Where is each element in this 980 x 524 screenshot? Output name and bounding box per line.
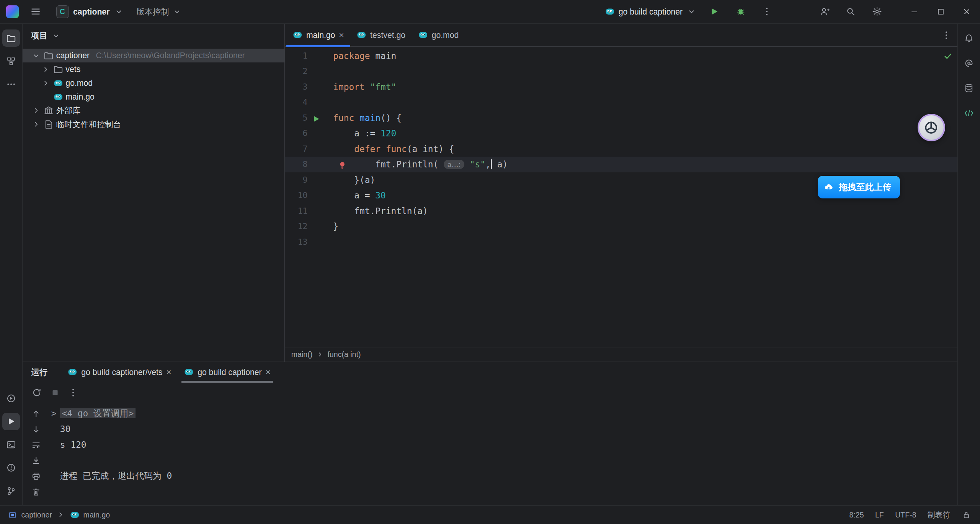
bell-icon bbox=[964, 33, 974, 43]
tree-item-go.mod[interactable]: go.mod bbox=[23, 76, 285, 90]
status-line-ending[interactable]: LF bbox=[875, 511, 884, 519]
editor-tab-testvet.go[interactable]: testvet.go bbox=[350, 24, 412, 46]
project-panel-title: 项目 bbox=[31, 30, 47, 41]
search-everywhere-button[interactable] bbox=[843, 3, 859, 20]
console-line: s 120 bbox=[51, 437, 952, 453]
status-indent-style[interactable]: 制表符 bbox=[928, 510, 950, 520]
go-icon bbox=[418, 30, 428, 40]
rerun-icon[interactable] bbox=[32, 388, 42, 398]
editor-tab-go.mod[interactable]: go.mod bbox=[412, 24, 465, 46]
close-button[interactable] bbox=[954, 0, 980, 24]
breadcrumb-item[interactable]: main() bbox=[291, 350, 312, 359]
status-caret-position[interactable]: 8:25 bbox=[849, 511, 864, 519]
close-tab-icon[interactable]: × bbox=[265, 368, 270, 377]
maximize-button[interactable] bbox=[928, 0, 954, 24]
chevron-right-icon[interactable] bbox=[31, 106, 41, 116]
chevron-down-icon[interactable] bbox=[31, 51, 41, 61]
code-line-1[interactable]: 1package main bbox=[285, 48, 957, 64]
tool-button-project[interactable] bbox=[2, 29, 20, 47]
status-encoding[interactable]: UTF-8 bbox=[895, 511, 916, 519]
run-gutter-icon[interactable] bbox=[312, 113, 322, 123]
clear-all-icon[interactable] bbox=[31, 487, 41, 497]
code-line-5[interactable]: 5func main() { bbox=[285, 110, 957, 126]
code-line-2[interactable]: 2 bbox=[285, 64, 957, 79]
minimize-button[interactable] bbox=[901, 0, 928, 24]
more-actions-button[interactable] bbox=[759, 3, 775, 20]
lock-icon[interactable] bbox=[961, 510, 971, 520]
next-occurrence-icon[interactable] bbox=[31, 424, 41, 434]
print-icon[interactable] bbox=[31, 471, 41, 481]
go-icon bbox=[184, 367, 194, 377]
run-console[interactable]: ><4 go 设置调用>30s 120 进程 已完成，退出代码为 0 bbox=[46, 403, 958, 505]
status-project[interactable]: captioner bbox=[21, 511, 52, 519]
tool-button-problems[interactable] bbox=[2, 459, 20, 477]
run-configuration-select[interactable]: go build captioner bbox=[605, 7, 696, 16]
line-number: 2 bbox=[285, 64, 307, 79]
code-line-12[interactable]: 12} bbox=[285, 219, 957, 234]
tab-options-kebab-icon[interactable] bbox=[941, 30, 951, 40]
drag-upload-button[interactable]: 拖拽至此上传 bbox=[818, 176, 900, 198]
folder-icon bbox=[44, 51, 54, 61]
tree-item-captioner[interactable]: captionerC:\Users\meow\GolandProjects\ca… bbox=[23, 49, 285, 62]
soft-wrap-icon[interactable] bbox=[31, 440, 41, 450]
code-line-4[interactable]: 4 bbox=[285, 95, 957, 110]
run-button[interactable] bbox=[706, 3, 722, 20]
run-panel-title: 运行 bbox=[31, 367, 47, 378]
code-with-me-button[interactable] bbox=[816, 3, 832, 20]
tool-button-notifications[interactable] bbox=[960, 29, 978, 47]
settings-button[interactable] bbox=[869, 3, 885, 20]
close-tab-icon[interactable]: × bbox=[166, 368, 171, 377]
code-tags-icon bbox=[964, 108, 974, 118]
folder-icon bbox=[6, 33, 16, 43]
run-tab-go build captioner[interactable]: go build captioner× bbox=[178, 362, 277, 383]
floating-assistant-badge[interactable] bbox=[918, 114, 945, 141]
scroll-to-end-icon[interactable] bbox=[31, 456, 41, 466]
tree-item-vets[interactable]: vets bbox=[23, 62, 285, 76]
editor-tab-main.go[interactable]: main.go× bbox=[286, 24, 350, 46]
intention-bulb-icon[interactable] bbox=[338, 159, 348, 169]
project-widget[interactable]: C captioner bbox=[52, 3, 128, 20]
code-line-8[interactable]: 8 fmt.Println( a…: "s", a) bbox=[285, 157, 957, 172]
chevron-right-icon[interactable] bbox=[41, 78, 51, 88]
code-line-6[interactable]: 6 a := 120 bbox=[285, 126, 957, 141]
tool-button-services[interactable] bbox=[2, 390, 20, 407]
console-output bbox=[60, 455, 65, 465]
tool-button-ai-assistant[interactable] bbox=[960, 54, 978, 72]
console-fold-prompt[interactable]: > bbox=[51, 406, 60, 421]
tool-button-database[interactable] bbox=[960, 79, 978, 97]
tab-label: main.go bbox=[306, 31, 335, 40]
code-line-3[interactable]: 3import "fmt" bbox=[285, 79, 957, 95]
title-bar: C captioner 版本控制 go build captioner bbox=[0, 0, 980, 24]
chevron-right-icon[interactable] bbox=[31, 120, 41, 129]
code-line-13[interactable]: 13 bbox=[285, 234, 957, 250]
tree-item-main.go[interactable]: main.go bbox=[23, 90, 285, 104]
tool-button-version-control[interactable] bbox=[2, 482, 20, 500]
tool-button-more-tool-windows[interactable] bbox=[2, 76, 20, 93]
close-tab-icon[interactable]: × bbox=[339, 31, 344, 39]
terminal-icon bbox=[6, 440, 16, 450]
breadcrumb-item[interactable]: func(a int) bbox=[327, 350, 361, 359]
tool-button-structure[interactable] bbox=[2, 52, 20, 70]
kebab-icon[interactable] bbox=[68, 388, 78, 398]
chevron-down-icon[interactable] bbox=[51, 31, 61, 41]
tree-item-临时文件和控制台[interactable]: 临时文件和控制台 bbox=[23, 118, 285, 131]
prev-occurrence-icon[interactable] bbox=[31, 409, 41, 419]
circle-play-icon bbox=[6, 393, 16, 403]
tree-item-label: main.go bbox=[65, 92, 95, 102]
inspections-ok-icon[interactable] bbox=[943, 51, 952, 62]
code-line-7[interactable]: 7 defer func(a int) { bbox=[285, 141, 957, 157]
tool-button-terminal[interactable] bbox=[2, 436, 20, 454]
tree-item-外部库[interactable]: 外部库 bbox=[23, 104, 285, 118]
status-file[interactable]: main.go bbox=[83, 511, 110, 519]
chevron-right-icon[interactable] bbox=[41, 64, 51, 74]
tool-button-endpoints[interactable] bbox=[960, 105, 978, 122]
run-tab-label: go build captioner bbox=[198, 368, 262, 377]
run-tab-go build captioner/vets[interactable]: go build captioner/vets× bbox=[61, 362, 178, 383]
code-line-11[interactable]: 11 fmt.Println(a) bbox=[285, 203, 957, 219]
goland-logo-icon[interactable] bbox=[6, 5, 19, 18]
vcs-widget[interactable]: 版本控制 bbox=[137, 7, 182, 17]
tool-button-run[interactable] bbox=[2, 413, 20, 431]
main-menu-button[interactable] bbox=[28, 3, 44, 20]
stop-icon[interactable] bbox=[50, 388, 60, 398]
debug-button[interactable] bbox=[733, 3, 749, 20]
